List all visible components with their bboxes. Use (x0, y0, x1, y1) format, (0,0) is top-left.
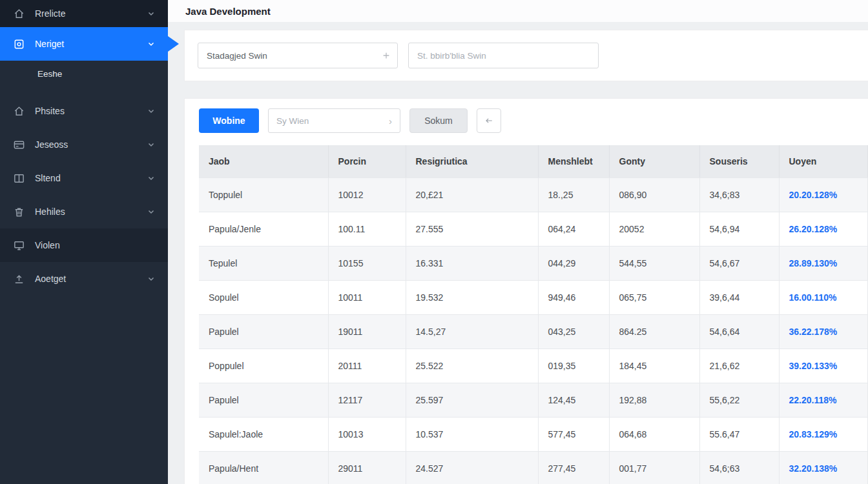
table-cell: 16.331 (406, 246, 538, 280)
sidebar-item-label: Aoetget (35, 274, 66, 284)
filter-input-2[interactable] (409, 43, 598, 68)
table-cell: 086,90 (609, 177, 699, 212)
table-column-header: Souseris (699, 145, 779, 177)
sidebar-item-sltend[interactable]: Sltend (0, 161, 168, 195)
table-column-header: Menshlebt (538, 145, 609, 177)
table-cell: Papulel (199, 383, 328, 417)
table-cell: 043,25 (538, 314, 609, 348)
arrow-left-icon (484, 116, 494, 126)
data-table: JaobPorcinResigriuticaMenshlebtGontySous… (199, 145, 868, 484)
table-column-header: Resigriutica (406, 145, 538, 177)
table-cell: Papula/Hent (199, 451, 328, 484)
chevron-down-icon (147, 275, 155, 283)
trash-icon (13, 206, 25, 218)
sidebar-item-phsites[interactable]: Phsites (0, 94, 168, 128)
table-cell: 10013 (328, 417, 406, 451)
table-column-header: Jaob (199, 145, 328, 177)
sidebar-subitem-eeshe[interactable]: Eeshe (0, 61, 168, 86)
filter-input-1[interactable] (198, 43, 397, 68)
table-cell: 10155 (328, 246, 406, 280)
filter-field-1 (198, 43, 398, 68)
app-window: Rrelicte Neriget Eeshe Phsites (0, 0, 868, 484)
table-cell: 24.527 (406, 451, 538, 484)
table-cell: Poppulel (199, 348, 328, 383)
table-cell: 10.537 (406, 417, 538, 451)
card-icon (13, 139, 25, 151)
table-cell: 54,6,94 (699, 212, 779, 246)
table-cell-link[interactable]: 16.00.110% (779, 280, 868, 314)
table-row: Sapulel:Jaole1001310.537577,45064,6855.6… (199, 417, 868, 451)
table-cell: 55.6,47 (699, 417, 779, 451)
sidebar-item-label: Hehiles (35, 207, 65, 217)
primary-action-button[interactable]: Wobine (199, 108, 259, 133)
table-cell: 27.555 (406, 212, 538, 246)
table-cell: 29011 (328, 451, 406, 484)
main-content: Java Development Wobine Sy Wien › Sokum (168, 0, 868, 484)
sidebar-item-violen[interactable]: Violen (0, 228, 168, 262)
table-cell: 124,45 (538, 383, 609, 417)
toolbar-dropdown[interactable]: Sy Wien › (268, 108, 400, 133)
chevron-down-icon (147, 141, 155, 148)
table-cell: 54,6,64 (699, 314, 779, 348)
sidebar-item-neriget[interactable]: Neriget (0, 27, 168, 61)
table-header-row: JaobPorcinResigriuticaMenshlebtGontySous… (199, 145, 868, 177)
table-cell-link[interactable]: 32.20.138% (779, 451, 868, 484)
sidebar-item-hehiles[interactable]: Hehiles (0, 195, 168, 228)
plus-icon[interactable] (382, 51, 391, 60)
sidebar-item-aoetget[interactable]: Aoetget (0, 262, 168, 296)
table-panel: Wobine Sy Wien › Sokum JaobPorcinResigri… (184, 98, 868, 484)
table-row: Papulel1211725.597124,45192,8855,6,2222.… (199, 383, 868, 417)
table-body: Toppulel1001220,£2118.,25086,9034,6;8320… (199, 177, 868, 484)
filter-field-2 (408, 43, 599, 68)
table-cell-link[interactable]: 39.20.133% (779, 348, 868, 383)
toolbar-dropdown-value: Sy Wien (276, 116, 309, 126)
table-cell: 019,35 (538, 348, 609, 383)
table-cell: 184,45 (609, 348, 699, 383)
table-cell: Papula/Jenle (199, 212, 328, 246)
table-cell: 277,45 (538, 451, 609, 484)
table-cell: 100.11 (328, 212, 406, 246)
table-cell: 54,6,67 (699, 246, 779, 280)
sidebar-subitem-label: Eeshe (37, 69, 62, 79)
table-cell: Tepulel (199, 246, 328, 280)
sidebar-item-rrelicte[interactable]: Rrelicte (0, 0, 168, 27)
home-icon (13, 8, 25, 20)
table-cell: Sapulel:Jaole (199, 417, 328, 451)
table-cell-link[interactable]: 20.20.128% (779, 177, 868, 212)
table-toolbar: Wobine Sy Wien › Sokum (199, 108, 868, 133)
sidebar-item-jeseoss[interactable]: Jeseoss (0, 128, 168, 161)
table-cell: 10012 (328, 177, 406, 212)
table-row: Papula/Jenle100.1127.555064,242005254,6,… (199, 212, 868, 246)
table-cell: 544,55 (609, 246, 699, 280)
chevron-right-icon: › (389, 116, 392, 126)
table-cell: 10011 (328, 280, 406, 314)
table-cell: 20111 (328, 348, 406, 383)
table-column-header: Porcin (328, 145, 406, 177)
table-row: Toppulel1001220,£2118.,25086,9034,6;8320… (199, 177, 868, 212)
table-column-header: Gonty (609, 145, 699, 177)
table-cell-link[interactable]: 20.83.129% (779, 417, 868, 451)
table-cell: 39,6,44 (699, 280, 779, 314)
table-cell: 065,75 (609, 280, 699, 314)
table-cell: 14.5,27 (406, 314, 538, 348)
table-cell-link[interactable]: 26.20.128% (779, 212, 868, 246)
table-cell: 55,6,22 (699, 383, 779, 417)
chevron-down-icon (147, 174, 155, 182)
arrow-left-button[interactable] (477, 108, 501, 133)
secondary-action-button[interactable]: Sokum (409, 108, 468, 133)
table-cell: Toppulel (199, 177, 328, 212)
table-cell-link[interactable]: 36.22.178% (779, 314, 868, 348)
table-cell: 001,77 (609, 451, 699, 484)
table-cell-link[interactable]: 28.89.130% (779, 246, 868, 280)
table-cell: Papulel (199, 314, 328, 348)
sidebar: Rrelicte Neriget Eeshe Phsites (0, 0, 168, 484)
table-row: Sopulel1001119.532949,46065,7539,6,4416.… (199, 280, 868, 314)
sidebar-spacer (0, 86, 168, 94)
sidebar-item-label: Sltend (35, 173, 61, 183)
table-cell: 19.532 (406, 280, 538, 314)
table-cell-link[interactable]: 22.20.118% (779, 383, 868, 417)
table-cell: 949,46 (538, 280, 609, 314)
table-row: Tepulel1015516.331044,29544,5554,6,6728.… (199, 246, 868, 280)
table-cell: 34,6;83 (699, 177, 779, 212)
chevron-down-icon (147, 208, 155, 216)
